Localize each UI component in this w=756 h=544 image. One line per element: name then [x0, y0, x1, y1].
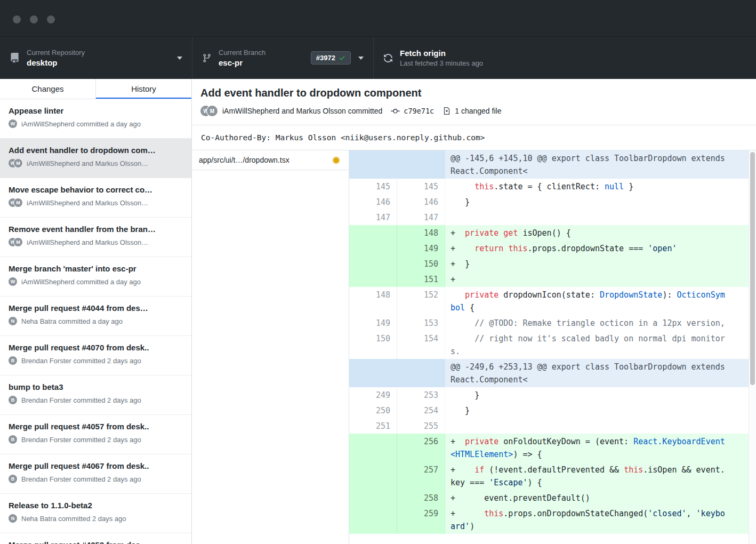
diff-code-cell: @@ -249,6 +253,13 @@ export class Toolba…: [445, 359, 756, 387]
commit-item-title: bump to beta3: [9, 382, 183, 391]
diff-scrollbar[interactable]: [749, 150, 756, 544]
diff-code-text: private dropdownIcon(state: DropdownStat…: [451, 289, 726, 314]
commit-item-meta-text: iAmWillShepherd and Markus Olsson…: [27, 238, 148, 246]
avatar: B: [9, 475, 17, 483]
branch-switcher[interactable]: Current Branch esc-pr #3972: [192, 37, 373, 79]
commit-item-title: Merge pull request #4044 from des…: [9, 303, 183, 313]
commit-item-meta: BBrendan Forster committed 2 days ago: [9, 475, 183, 483]
commit-list-item[interactable]: Add event handler to dropdown com…WMiAmW…: [0, 139, 191, 178]
diff-old-line-number: 249: [349, 387, 397, 403]
avatar: M: [14, 238, 22, 246]
repository-label: Current Repository: [27, 49, 85, 57]
commit-avatars: WM: [200, 106, 218, 116]
commit-item-meta: WMiAmWillShepherd and Markus Olsson…: [9, 198, 183, 207]
pr-number-badge: #3972: [311, 51, 351, 65]
commit-list-item[interactable]: Merge pull request #4067 from desk..BBre…: [0, 454, 191, 494]
diff-code-cell: private dropdownIcon(state: DropdownStat…: [445, 287, 756, 315]
diff-code-text: @@ -145,6 +145,10 @@ export class Toolba…: [451, 152, 726, 178]
commit-list-item[interactable]: Release to 1.1.0-beta2NNeha Batra commit…: [0, 494, 191, 533]
diff-old-line-number: [349, 271, 397, 287]
diff-code-text: this.state = { clientRect: null }: [451, 180, 726, 193]
diff-code-cell: + private onFoldoutKeyDown = (event: Rea…: [445, 434, 756, 462]
diff-line: 258+ event.preventDefault(): [349, 490, 756, 506]
commit-list-item[interactable]: Remove event handler from the bran…WMiAm…: [0, 218, 191, 257]
commit-list-item[interactable]: bump to beta3BBrendan Forster committed …: [0, 375, 191, 415]
diff-code-cell: +: [445, 271, 756, 287]
minimize-window-button[interactable]: [30, 15, 38, 23]
pr-number: #3972: [316, 54, 335, 62]
diff-new-line-number: 148: [397, 225, 445, 241]
commit-summary: Add event handler to dropdown component …: [192, 79, 756, 125]
diff-old-line-number: 145: [349, 179, 397, 194]
tab-changes[interactable]: Changes: [0, 79, 96, 99]
app-toolbar: Current Repository desktop Current Branc…: [0, 36, 756, 79]
git-commit-icon: [391, 107, 400, 116]
diff-code-text: + private onFoldoutKeyDown = (event: Rea…: [451, 435, 726, 461]
diff-code-text: + private get isOpen() {: [451, 227, 726, 239]
diff-line: 250254 }: [349, 403, 756, 418]
commit-item-title: Move escape behavior to correct co…: [9, 185, 183, 194]
diff-line: 251255: [349, 418, 756, 434]
fetch-origin-button[interactable]: Fetch origin Last fetched 3 minutes ago: [373, 37, 554, 79]
diff-new-line-number: 147: [397, 210, 445, 225]
commit-item-avatars: N: [9, 514, 17, 523]
commit-list-item[interactable]: Merge branch 'master' into esc-prWiAmWil…: [0, 257, 191, 297]
diff-hunk-header: @@ -145,6 +145,10 @@ export class Toolba…: [349, 150, 756, 179]
repository-switcher[interactable]: Current Repository desktop: [0, 37, 192, 79]
commit-item-meta: BBrendan Forster committed 2 days ago: [9, 435, 183, 444]
commit-item-title: Add event handler to dropdown com…: [9, 146, 183, 155]
commit-item-avatars: B: [9, 356, 17, 365]
commit-item-meta: BBrendan Forster committed 2 days ago: [9, 396, 183, 404]
commit-item-meta-text: Brendan Forster committed 2 days ago: [21, 475, 141, 483]
diff-line: 149153 // @TODO: Remake triangle octicon…: [349, 315, 756, 331]
chevron-down-icon: [358, 57, 364, 60]
commit-item-avatars: N: [9, 317, 17, 325]
diff-code-cell: [445, 210, 756, 225]
check-icon: [339, 54, 345, 61]
commit-list-item[interactable]: Merge pull request #4070 from desk..BBre…: [0, 336, 191, 375]
commit-list-item[interactable]: Merge pull request #4057 from desk..BBre…: [0, 415, 191, 454]
diff-new-line-number: 254: [397, 403, 445, 418]
commit-item-meta: BBrendan Forster committed 2 days ago: [9, 356, 183, 365]
diff-old-line-number: 250: [349, 403, 397, 418]
sync-icon: [383, 53, 393, 63]
toolbar-spacer: [554, 37, 756, 79]
diff-new-line-number: 253: [397, 387, 445, 403]
tab-history[interactable]: History: [96, 79, 191, 99]
diff-code-text: + return this.props.dropdownState === 'o…: [451, 242, 726, 255]
diff-code-cell: // @TODO: Remake triangle octicon in a 1…: [445, 315, 756, 331]
diff-old-line-number: 147: [349, 210, 397, 225]
close-window-button[interactable]: [13, 15, 21, 23]
commit-list-item[interactable]: Move escape behavior to correct co…WMiAm…: [0, 178, 191, 218]
diff-new-line-number: 152: [397, 287, 445, 315]
zoom-window-button[interactable]: [47, 15, 55, 23]
history-sidebar: Changes History Appease linterWiAmWillSh…: [0, 79, 192, 544]
scrollbar-thumb[interactable]: [750, 152, 755, 385]
commit-list-item[interactable]: Appease linterWiAmWillShepherd committed…: [0, 99, 191, 139]
avatar: W: [9, 119, 17, 128]
chevron-down-icon: [177, 57, 182, 60]
diff-old-line-number: 146: [349, 194, 397, 210]
diff-code-text: // right now it's scaled badly on normal…: [451, 332, 726, 358]
file-list-item[interactable]: app/src/ui/t…/dropdown.tsx: [192, 150, 349, 170]
diff-content: app/src/ui/t…/dropdown.tsx @@ -145,6 +14…: [192, 150, 756, 544]
commit-item-avatars: WM: [9, 198, 22, 207]
diff-old-line-number: [349, 150, 397, 179]
diff-new-line-number: 258: [397, 490, 445, 506]
commit-list-item[interactable]: Merge pull request #4059 from des…: [0, 533, 191, 544]
commit-list-item[interactable]: Merge pull request #4044 from des…NNeha …: [0, 297, 191, 336]
diff-code-text: [451, 420, 726, 433]
diff-code-text: }: [451, 389, 726, 402]
diff-line: 149+ return this.props.dropdownState ===…: [349, 241, 756, 256]
commit-item-title: Release to 1.1.0-beta2: [9, 501, 183, 510]
changed-files-count: 1 changed file: [455, 107, 501, 115]
diff-code-text: // @TODO: Remake triangle octicon in a 1…: [451, 317, 726, 330]
commit-byline: iAmWillShepherd and Markus Olsson commit…: [222, 107, 382, 115]
commit-sha[interactable]: c79e71c: [404, 107, 434, 115]
commit-item-meta-text: iAmWillShepherd committed a day ago: [21, 278, 141, 286]
avatar: M: [14, 159, 22, 167]
diff-old-line-number: [349, 225, 397, 241]
commit-item-meta-text: iAmWillShepherd and Markus Olsson…: [27, 199, 148, 207]
branch-label: Current Branch: [219, 49, 266, 57]
window-titlebar: [0, 0, 756, 36]
